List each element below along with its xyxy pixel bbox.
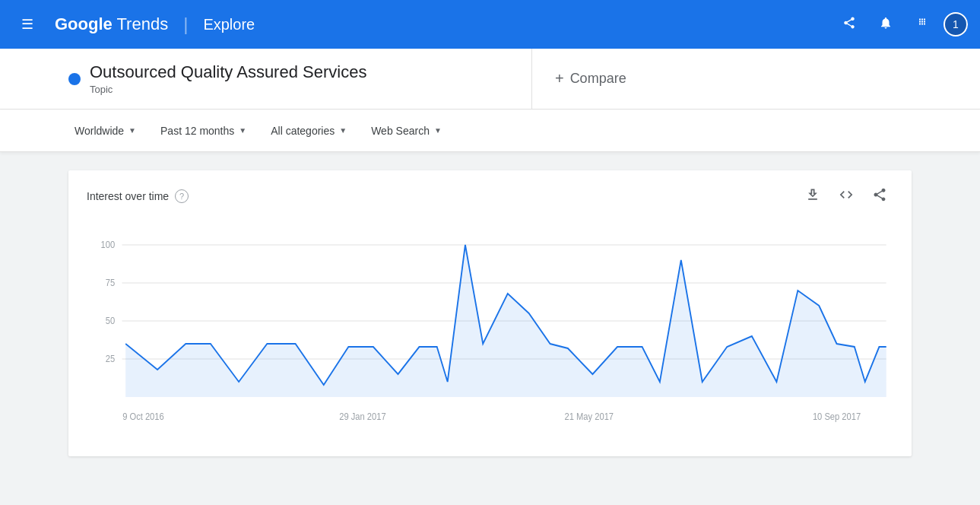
help-icon[interactable]: ?	[175, 189, 189, 203]
time-filter[interactable]: Past 12 months ▼	[154, 119, 252, 143]
time-label: Past 12 months	[160, 125, 234, 137]
svg-text:50: 50	[106, 316, 115, 326]
explore-label: Explore	[203, 16, 255, 33]
header-divider: |	[183, 14, 188, 35]
svg-text:100: 100	[101, 240, 116, 249]
svg-text:75: 75	[106, 278, 115, 287]
embed-icon	[839, 187, 854, 206]
trend-chart-svg: 100 75 50 25 9 Oct 2016 29 Jan 2017 21 M…	[87, 222, 893, 435]
avatar[interactable]: 1	[944, 12, 968, 37]
category-filter[interactable]: All categories ▼	[265, 119, 353, 143]
term-name: Outsourced Quality Assured Services	[90, 62, 366, 82]
filter-bar: Worldwide ▼ Past 12 months ▼ All categor…	[0, 110, 980, 152]
main-content: Interest over time ?	[0, 152, 980, 475]
search-term-box: Outsourced Quality Assured Services Topi…	[68, 49, 532, 109]
svg-text:9 Oct 2016: 9 Oct 2016	[122, 412, 164, 421]
location-chevron-icon: ▼	[128, 126, 136, 135]
chart-container: 100 75 50 25 9 Oct 2016 29 Jan 2017 21 M…	[68, 222, 912, 438]
trends-text: Trends	[117, 14, 169, 33]
share-icon	[842, 16, 856, 33]
svg-text:10 Sep 2017: 10 Sep 2017	[813, 412, 861, 421]
download-button[interactable]	[799, 183, 826, 210]
search-type-chevron-icon: ▼	[434, 126, 442, 135]
share-chart-icon	[872, 187, 887, 206]
category-label: All categories	[271, 125, 335, 137]
chart-actions	[799, 183, 893, 210]
compare-box[interactable]: + Compare	[532, 49, 649, 109]
apps-icon	[915, 16, 929, 33]
search-type-filter[interactable]: Web Search ▼	[365, 119, 448, 143]
compare-plus-icon: +	[555, 70, 564, 87]
avatar-label: 1	[953, 18, 959, 30]
chart-title: Interest over time	[87, 190, 169, 202]
embed-button[interactable]	[833, 183, 860, 210]
header: ☰ Google Trends | Explore 1	[0, 0, 980, 49]
share-button[interactable]	[834, 9, 864, 40]
apps-button[interactable]	[907, 9, 937, 40]
help-question-mark: ?	[179, 192, 184, 201]
location-filter[interactable]: Worldwide ▼	[68, 119, 142, 143]
time-chevron-icon: ▼	[239, 126, 246, 135]
search-type-label: Web Search	[371, 125, 430, 137]
share-chart-button[interactable]	[866, 183, 893, 210]
hamburger-button[interactable]: ☰	[12, 9, 43, 40]
term-indicator-dot	[68, 73, 81, 85]
term-type: Topic	[90, 84, 366, 95]
compare-label: Compare	[570, 71, 626, 87]
location-label: Worldwide	[75, 125, 124, 137]
chart-header: Interest over time ?	[68, 183, 912, 222]
category-chevron-icon: ▼	[339, 126, 347, 135]
svg-text:21 May 2017: 21 May 2017	[565, 412, 614, 421]
term-info: Outsourced Quality Assured Services Topi…	[90, 62, 366, 95]
header-right: 1	[834, 9, 968, 40]
notification-icon	[879, 16, 893, 33]
logo: Google Trends	[55, 14, 168, 34]
chart-card: Interest over time ?	[68, 170, 912, 456]
google-text: Google	[55, 14, 113, 33]
notification-button[interactable]	[871, 9, 901, 40]
svg-text:29 Jan 2017: 29 Jan 2017	[339, 412, 385, 421]
search-area: Outsourced Quality Assured Services Topi…	[0, 49, 980, 110]
svg-text:25: 25	[106, 354, 115, 364]
hamburger-icon: ☰	[21, 16, 33, 33]
download-icon	[805, 187, 820, 206]
header-left: ☰ Google Trends | Explore	[12, 9, 255, 40]
chart-title-area: Interest over time ?	[87, 189, 189, 203]
logo-text: Google Trends	[55, 14, 168, 34]
